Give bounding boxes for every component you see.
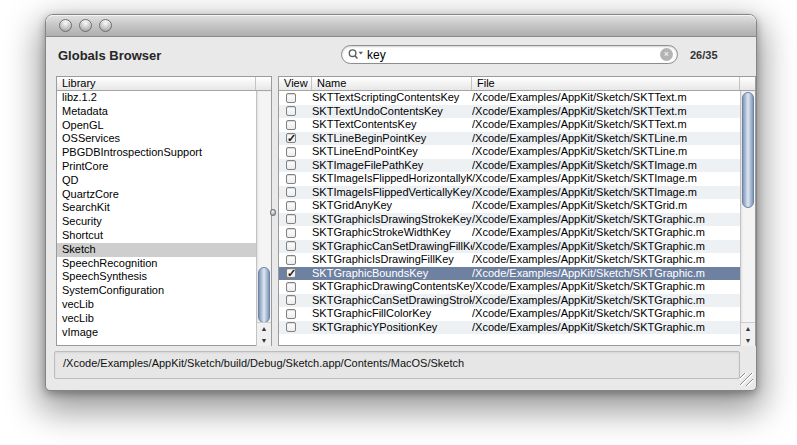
sidebar-item-printcore[interactable]: PrintCore [57,160,256,174]
scroll-down-icon[interactable]: ▼ [257,335,271,346]
table-row[interactable]: SKTTextUndoContentsKey/Xcode/Examples/Ap… [279,105,740,119]
global-name: SKTLineBeginPointKey [312,132,472,146]
table-row[interactable]: SKTGraphicCanSetDrawingFillKey/Xcode/Exa… [279,240,740,254]
sidebar-item-qd[interactable]: QD [57,174,256,188]
column-header-name[interactable]: Name [312,77,472,90]
table-row[interactable]: SKTImageIsFlippedVerticallyKey/Xcode/Exa… [279,186,740,200]
global-file: /Xcode/Examples/AppKit/Sketch/SKTGraphic… [472,294,740,308]
view-checkbox[interactable] [286,147,296,157]
global-name: SKTGraphicCanSetDrawingStrokeKey [312,294,472,308]
search-input[interactable] [364,48,660,62]
view-checkbox[interactable]: ✓ [286,133,296,143]
column-header-corner [256,77,271,90]
table-row[interactable]: SKTLineEndPointKey/Xcode/Examples/AppKit… [279,145,740,159]
global-file: /Xcode/Examples/AppKit/Sketch/SKTGraphic… [472,307,740,321]
sidebar-item-systemconfiguration[interactable]: SystemConfiguration [57,284,256,298]
view-checkbox[interactable] [286,228,296,238]
sidebar-item-vimage[interactable]: vImage [57,326,256,340]
close-button[interactable] [59,19,72,32]
table-row[interactable]: SKTImageFilePathKey/Xcode/Examples/AppKi… [279,159,740,173]
global-file: /Xcode/Examples/AppKit/Sketch/SKTText.m [472,105,740,119]
view-checkbox[interactable] [286,255,296,265]
sidebar-item-metadata[interactable]: Metadata [57,105,256,119]
global-file: /Xcode/Examples/AppKit/Sketch/SKTImage.m [472,172,740,186]
global-name: SKTGraphicCanSetDrawingFillKey [312,240,472,254]
sidebar-item-pbgdbintrospectionsupport[interactable]: PBGDBIntrospectionSupport [57,146,256,160]
view-checkbox[interactable]: ✓ [286,268,296,278]
view-checkbox[interactable] [286,187,296,197]
sidebar-item-speechrecognition[interactable]: SpeechRecognition [57,257,256,271]
view-checkbox[interactable] [286,160,296,170]
column-header-file[interactable]: File [472,77,740,90]
table-row[interactable]: ✓SKTLineBeginPointKey/Xcode/Examples/App… [279,132,740,146]
global-name: SKTGraphicIsDrawingStrokeKey [312,213,472,227]
global-name: SKTGraphicYPositionKey [312,321,472,335]
table-row[interactable]: SKTGraphicDrawingContentsKey/Xcode/Examp… [279,280,740,294]
sidebar-item-security[interactable]: Security [57,215,256,229]
resize-grip[interactable] [740,373,753,386]
global-name: SKTGridAnyKey [312,199,472,213]
view-checkbox[interactable] [286,174,296,184]
table-row[interactable]: SKTGraphicYPositionKey/Xcode/Examples/Ap… [279,321,740,335]
global-file: /Xcode/Examples/AppKit/Sketch/SKTGraphic… [472,267,740,281]
sidebar-item-sketch[interactable]: Sketch [57,243,256,257]
view-checkbox[interactable] [286,93,296,103]
sidebar-item-searchkit[interactable]: SearchKit [57,201,256,215]
view-checkbox[interactable] [286,322,296,332]
title-bar[interactable] [46,15,756,37]
table-row[interactable]: SKTTextScriptingContentsKey/Xcode/Exampl… [279,91,740,105]
scroll-up-icon[interactable]: ▲ [257,323,271,335]
table-row[interactable]: SKTGraphicStrokeWidthKey/Xcode/Examples/… [279,226,740,240]
table-row[interactable]: SKTGraphicFillColorKey/Xcode/Examples/Ap… [279,307,740,321]
globals-scroll-thumb[interactable] [742,92,754,208]
minimize-button[interactable] [79,19,92,32]
column-header-corner [740,77,755,90]
sidebar-item-veclib[interactable]: vecLib [57,312,256,326]
view-checkbox[interactable] [286,106,296,116]
global-file: /Xcode/Examples/AppKit/Sketch/SKTGraphic… [472,280,740,294]
column-header-view[interactable]: View [279,77,312,90]
global-file: /Xcode/Examples/AppKit/Sketch/SKTLine.m [472,132,740,146]
table-row[interactable]: SKTGraphicIsDrawingStrokeKey/Xcode/Examp… [279,213,740,227]
view-checkbox[interactable] [286,309,296,319]
sidebar-item-osservices[interactable]: OSServices [57,132,256,146]
library-scrollbar[interactable]: ▲ ▼ [256,91,271,346]
global-name: SKTImageFilePathKey [312,159,472,173]
view-checkbox[interactable] [286,120,296,130]
view-checkbox[interactable] [286,214,296,224]
scroll-down-icon[interactable]: ▼ [741,335,755,346]
status-bar: /Xcode/Examples/AppKit/Sketch/build/Debu… [54,351,740,379]
table-row[interactable]: SKTTextContentsKey/Xcode/Examples/AppKit… [279,118,740,132]
sidebar-item-veclib[interactable]: vecLib [57,298,256,312]
scroll-up-icon[interactable]: ▲ [741,323,755,335]
sidebar-item-shortcut[interactable]: Shortcut [57,229,256,243]
library-scroll-thumb[interactable] [258,267,270,323]
table-row[interactable]: SKTGridAnyKey/Xcode/Examples/AppKit/Sket… [279,199,740,213]
globals-scrollbar[interactable]: ▲ ▼ [740,91,755,346]
global-file: /Xcode/Examples/AppKit/Sketch/SKTGraphic… [472,213,740,227]
splitter-handle[interactable] [270,209,276,216]
global-file: /Xcode/Examples/AppKit/Sketch/SKTGraphic… [472,321,740,335]
global-file: /Xcode/Examples/AppKit/Sketch/SKTText.m [472,118,740,132]
zoom-button[interactable] [99,19,112,32]
view-checkbox[interactable] [286,295,296,305]
sidebar-item-quartzcore[interactable]: QuartzCore [57,188,256,202]
sidebar-item-opengl[interactable]: OpenGL [57,119,256,133]
view-checkbox[interactable] [286,282,296,292]
library-pane: Library libz.1.2MetadataOpenGLOSServices… [56,76,272,346]
sidebar-item-speechsynthesis[interactable]: SpeechSynthesis [57,270,256,284]
clear-search-icon[interactable]: × [660,48,673,61]
table-row[interactable]: ✓SKTGraphicBoundsKey/Xcode/Examples/AppK… [279,267,740,281]
search-icon[interactable] [347,48,364,61]
view-checkbox[interactable] [286,241,296,251]
column-header-library[interactable]: Library [57,77,256,90]
global-name: SKTGraphicDrawingContentsKey [312,280,472,294]
view-checkbox[interactable] [286,201,296,211]
table-row[interactable]: SKTGraphicIsDrawingFillKey/Xcode/Example… [279,253,740,267]
table-row[interactable]: SKTImageIsFlippedHorizontallyKey/Xcode/E… [279,172,740,186]
sidebar-item-libz.1.2[interactable]: libz.1.2 [57,91,256,105]
global-name: SKTGraphicIsDrawingFillKey [312,253,472,267]
table-row[interactable]: SKTGraphicCanSetDrawingStrokeKey/Xcode/E… [279,294,740,308]
selected-binary-path: /Xcode/Examples/AppKit/Sketch/build/Debu… [55,352,739,369]
search-field[interactable]: × [341,45,678,64]
